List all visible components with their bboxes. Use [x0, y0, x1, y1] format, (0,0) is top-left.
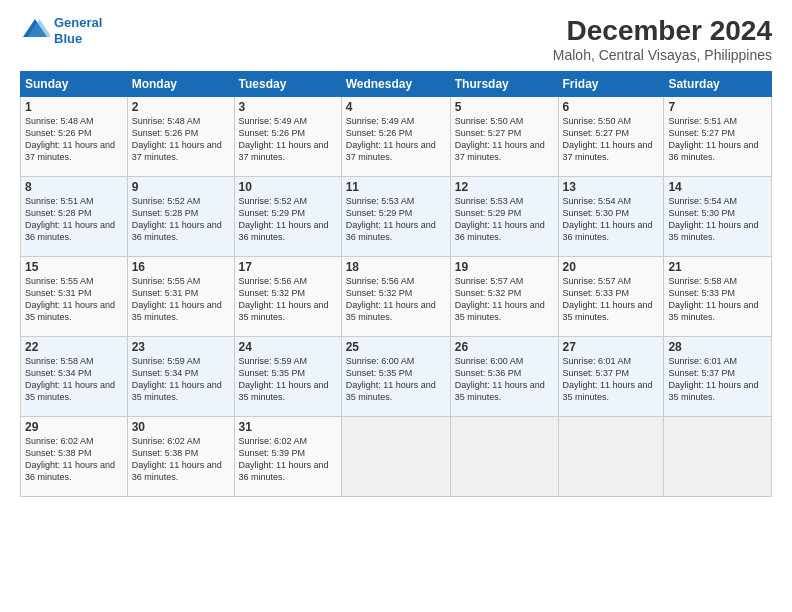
- day-number: 6: [563, 100, 660, 114]
- day-detail: Sunrise: 5:56 AM Sunset: 5:32 PM Dayligh…: [239, 275, 337, 324]
- subtitle: Maloh, Central Visayas, Philippines: [553, 47, 772, 63]
- day-number: 19: [455, 260, 554, 274]
- day-number: 12: [455, 180, 554, 194]
- day-number: 8: [25, 180, 123, 194]
- calendar-cell: 2Sunrise: 5:48 AM Sunset: 5:26 PM Daylig…: [127, 97, 234, 177]
- calendar-cell: 19Sunrise: 5:57 AM Sunset: 5:32 PM Dayli…: [450, 257, 558, 337]
- calendar-row-1: 1Sunrise: 5:48 AM Sunset: 5:26 PM Daylig…: [21, 97, 772, 177]
- day-number: 31: [239, 420, 337, 434]
- logo-line2: Blue: [54, 31, 82, 46]
- day-number: 26: [455, 340, 554, 354]
- calendar-cell: 7Sunrise: 5:51 AM Sunset: 5:27 PM Daylig…: [664, 97, 772, 177]
- page: General Blue December 2024 Maloh, Centra…: [0, 0, 792, 612]
- calendar-row-3: 15Sunrise: 5:55 AM Sunset: 5:31 PM Dayli…: [21, 257, 772, 337]
- day-detail: Sunrise: 5:58 AM Sunset: 5:34 PM Dayligh…: [25, 355, 123, 404]
- day-detail: Sunrise: 5:54 AM Sunset: 5:30 PM Dayligh…: [563, 195, 660, 244]
- calendar-header-row: SundayMondayTuesdayWednesdayThursdayFrid…: [21, 72, 772, 97]
- day-detail: Sunrise: 5:50 AM Sunset: 5:27 PM Dayligh…: [455, 115, 554, 164]
- day-detail: Sunrise: 5:57 AM Sunset: 5:32 PM Dayligh…: [455, 275, 554, 324]
- calendar-header-thursday: Thursday: [450, 72, 558, 97]
- calendar-cell: 5Sunrise: 5:50 AM Sunset: 5:27 PM Daylig…: [450, 97, 558, 177]
- calendar-header-tuesday: Tuesday: [234, 72, 341, 97]
- day-number: 24: [239, 340, 337, 354]
- day-detail: Sunrise: 6:00 AM Sunset: 5:35 PM Dayligh…: [346, 355, 446, 404]
- day-detail: Sunrise: 5:53 AM Sunset: 5:29 PM Dayligh…: [346, 195, 446, 244]
- calendar-cell: 25Sunrise: 6:00 AM Sunset: 5:35 PM Dayli…: [341, 337, 450, 417]
- day-detail: Sunrise: 6:02 AM Sunset: 5:38 PM Dayligh…: [25, 435, 123, 484]
- day-number: 5: [455, 100, 554, 114]
- day-detail: Sunrise: 5:55 AM Sunset: 5:31 PM Dayligh…: [132, 275, 230, 324]
- day-detail: Sunrise: 5:54 AM Sunset: 5:30 PM Dayligh…: [668, 195, 767, 244]
- calendar-cell: [450, 417, 558, 497]
- calendar-cell: 3Sunrise: 5:49 AM Sunset: 5:26 PM Daylig…: [234, 97, 341, 177]
- day-detail: Sunrise: 5:51 AM Sunset: 5:28 PM Dayligh…: [25, 195, 123, 244]
- day-detail: Sunrise: 5:59 AM Sunset: 5:35 PM Dayligh…: [239, 355, 337, 404]
- calendar-cell: 8Sunrise: 5:51 AM Sunset: 5:28 PM Daylig…: [21, 177, 128, 257]
- calendar-cell: 15Sunrise: 5:55 AM Sunset: 5:31 PM Dayli…: [21, 257, 128, 337]
- day-number: 30: [132, 420, 230, 434]
- calendar-cell: 16Sunrise: 5:55 AM Sunset: 5:31 PM Dayli…: [127, 257, 234, 337]
- calendar-cell: 31Sunrise: 6:02 AM Sunset: 5:39 PM Dayli…: [234, 417, 341, 497]
- day-number: 9: [132, 180, 230, 194]
- day-detail: Sunrise: 5:53 AM Sunset: 5:29 PM Dayligh…: [455, 195, 554, 244]
- day-detail: Sunrise: 5:49 AM Sunset: 5:26 PM Dayligh…: [239, 115, 337, 164]
- calendar-cell: 30Sunrise: 6:02 AM Sunset: 5:38 PM Dayli…: [127, 417, 234, 497]
- day-number: 11: [346, 180, 446, 194]
- day-number: 28: [668, 340, 767, 354]
- calendar-cell: [341, 417, 450, 497]
- calendar-header-friday: Friday: [558, 72, 664, 97]
- day-number: 17: [239, 260, 337, 274]
- day-number: 21: [668, 260, 767, 274]
- day-number: 23: [132, 340, 230, 354]
- day-number: 3: [239, 100, 337, 114]
- day-detail: Sunrise: 6:01 AM Sunset: 5:37 PM Dayligh…: [668, 355, 767, 404]
- calendar-table: SundayMondayTuesdayWednesdayThursdayFrid…: [20, 71, 772, 497]
- day-detail: Sunrise: 5:52 AM Sunset: 5:29 PM Dayligh…: [239, 195, 337, 244]
- logo: General Blue: [20, 15, 102, 46]
- logo-text: General Blue: [54, 15, 102, 46]
- calendar-row-4: 22Sunrise: 5:58 AM Sunset: 5:34 PM Dayli…: [21, 337, 772, 417]
- calendar-cell: 12Sunrise: 5:53 AM Sunset: 5:29 PM Dayli…: [450, 177, 558, 257]
- calendar-cell: 26Sunrise: 6:00 AM Sunset: 5:36 PM Dayli…: [450, 337, 558, 417]
- calendar-header-sunday: Sunday: [21, 72, 128, 97]
- calendar-header-saturday: Saturday: [664, 72, 772, 97]
- calendar-cell: 23Sunrise: 5:59 AM Sunset: 5:34 PM Dayli…: [127, 337, 234, 417]
- day-number: 2: [132, 100, 230, 114]
- day-number: 1: [25, 100, 123, 114]
- day-detail: Sunrise: 5:48 AM Sunset: 5:26 PM Dayligh…: [25, 115, 123, 164]
- calendar-header-wednesday: Wednesday: [341, 72, 450, 97]
- day-number: 16: [132, 260, 230, 274]
- calendar-cell: 14Sunrise: 5:54 AM Sunset: 5:30 PM Dayli…: [664, 177, 772, 257]
- day-detail: Sunrise: 5:56 AM Sunset: 5:32 PM Dayligh…: [346, 275, 446, 324]
- day-detail: Sunrise: 5:51 AM Sunset: 5:27 PM Dayligh…: [668, 115, 767, 164]
- day-detail: Sunrise: 6:01 AM Sunset: 5:37 PM Dayligh…: [563, 355, 660, 404]
- calendar-cell: 28Sunrise: 6:01 AM Sunset: 5:37 PM Dayli…: [664, 337, 772, 417]
- calendar-cell: 10Sunrise: 5:52 AM Sunset: 5:29 PM Dayli…: [234, 177, 341, 257]
- calendar-cell: 9Sunrise: 5:52 AM Sunset: 5:28 PM Daylig…: [127, 177, 234, 257]
- calendar-row-2: 8Sunrise: 5:51 AM Sunset: 5:28 PM Daylig…: [21, 177, 772, 257]
- logo-icon: [20, 16, 50, 46]
- day-number: 25: [346, 340, 446, 354]
- day-detail: Sunrise: 5:52 AM Sunset: 5:28 PM Dayligh…: [132, 195, 230, 244]
- day-detail: Sunrise: 6:00 AM Sunset: 5:36 PM Dayligh…: [455, 355, 554, 404]
- day-detail: Sunrise: 5:49 AM Sunset: 5:26 PM Dayligh…: [346, 115, 446, 164]
- day-number: 27: [563, 340, 660, 354]
- day-detail: Sunrise: 5:58 AM Sunset: 5:33 PM Dayligh…: [668, 275, 767, 324]
- day-detail: Sunrise: 5:50 AM Sunset: 5:27 PM Dayligh…: [563, 115, 660, 164]
- calendar-cell: 20Sunrise: 5:57 AM Sunset: 5:33 PM Dayli…: [558, 257, 664, 337]
- calendar-cell: 11Sunrise: 5:53 AM Sunset: 5:29 PM Dayli…: [341, 177, 450, 257]
- main-title: December 2024: [553, 15, 772, 47]
- day-detail: Sunrise: 6:02 AM Sunset: 5:38 PM Dayligh…: [132, 435, 230, 484]
- day-number: 4: [346, 100, 446, 114]
- day-detail: Sunrise: 5:59 AM Sunset: 5:34 PM Dayligh…: [132, 355, 230, 404]
- day-number: 15: [25, 260, 123, 274]
- calendar-cell: 27Sunrise: 6:01 AM Sunset: 5:37 PM Dayli…: [558, 337, 664, 417]
- header: General Blue December 2024 Maloh, Centra…: [20, 15, 772, 63]
- calendar-cell: 18Sunrise: 5:56 AM Sunset: 5:32 PM Dayli…: [341, 257, 450, 337]
- calendar-cell: 4Sunrise: 5:49 AM Sunset: 5:26 PM Daylig…: [341, 97, 450, 177]
- day-number: 14: [668, 180, 767, 194]
- calendar-cell: 17Sunrise: 5:56 AM Sunset: 5:32 PM Dayli…: [234, 257, 341, 337]
- calendar-cell: [558, 417, 664, 497]
- calendar-cell: [664, 417, 772, 497]
- calendar-cell: 29Sunrise: 6:02 AM Sunset: 5:38 PM Dayli…: [21, 417, 128, 497]
